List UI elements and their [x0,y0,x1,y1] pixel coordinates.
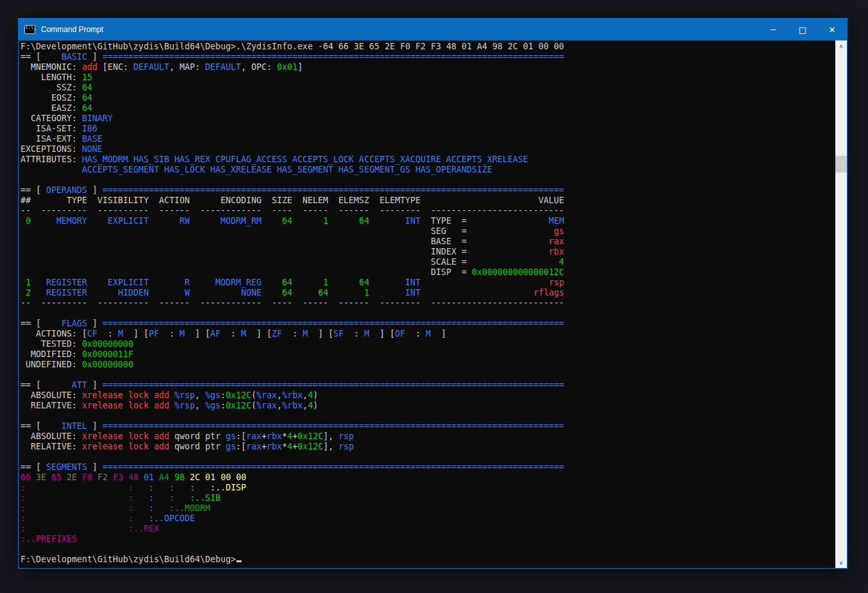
terminal-line: ABSOLUTE: xrelease lock add %rsp, %gs:0x… [20,390,835,401]
terminal-text-segment: ] [ [184,329,210,338]
terminal-text-segment: : [159,329,179,338]
cmd-icon[interactable]: C:\_ [24,25,35,34]
terminal-text-segment: 0x0000011F [82,349,133,359]
terminal-text-segment [87,288,97,297]
terminal-line: EXCEPTIONS: NONE [20,144,835,155]
terminal-text-segment [26,493,128,503]
terminal-text-segment: OF [395,329,405,338]
terminal-text-segment [31,278,41,287]
scrollbar-thumb[interactable] [835,156,847,172]
terminal-text-segment: ========================================… [102,185,564,195]
terminal-text-segment: UNDEFINED: [20,360,82,369]
terminal-text-segment: :..REX [128,524,159,533]
terminal-text-segment: M [364,329,370,338]
terminal-text-segment: : [149,483,154,492]
terminal-text-segment: == [ [20,462,46,472]
terminal-text-segment: %rax [256,401,277,410]
terminal-text-segment: rbx [266,431,282,441]
terminal-text-segment: %gs [205,390,220,400]
terminal-text-segment: ] [ [123,329,149,338]
terminal-text-segment: ], [323,442,338,451]
terminal-text-segment: 64 [82,93,92,103]
terminal-text-segment [154,503,169,513]
terminal-text-segment: gs [225,442,236,451]
terminal-text-segment: RELATIVE: [20,401,82,410]
scroll-up-icon[interactable]: ∧ [835,40,847,51]
terminal-text-segment: SSZ: [20,83,82,92]
terminal-text-segment: , MAP: [169,62,205,72]
terminal-text-segment [369,278,379,287]
terminal-line: == [ FLAGS ] ===========================… [20,319,835,329]
terminal-line: == [ BASIC ] ===========================… [20,52,835,62]
terminal-text-segment: :..PREFIXES [20,534,77,544]
terminal-text-segment: ATTRIBUTES: [20,155,82,164]
terminal-line: == [ SEGMENTS ] ========================… [20,462,835,472]
terminal-text-segment: == [ [20,380,46,390]
terminal-text-segment: xrelease lock add [82,442,169,451]
terminal-text-segment: -- --------- ---------- ------ ---------… [20,298,564,308]
terminal-line: ABSOLUTE: xrelease lock add qword ptr gs… [20,431,835,442]
terminal-line: -- --------- ---------- ------ ---------… [20,206,835,216]
terminal-output[interactable]: F:\Development\GitHub\zydis\Build64\Debu… [19,40,835,568]
close-button[interactable]: ✕ [817,19,847,40]
terminal-text-segment: M [118,329,123,338]
terminal-text-segment: , OPC: [241,62,277,72]
terminal-text-segment: SEGMENTS [46,462,87,472]
terminal-text-segment [328,288,338,297]
terminal-text-segment: 64 [82,103,92,113]
terminal-text-segment: : [282,329,302,338]
terminal-text-segment: EOSZ: [20,93,82,103]
terminal-line: EASZ: 64 [20,103,835,113]
terminal-text-segment: BASIC [46,52,87,62]
terminal-text-segment: F3 [113,472,123,482]
terminal-text-segment: 01 [143,472,154,482]
terminal-text-segment: ] [ [370,329,395,338]
terminal-text-segment: 3E [36,472,46,482]
terminal-text-segment [292,288,302,297]
terminal-line: SCALE = 4 [20,257,835,267]
terminal-text-segment [61,472,67,482]
terminal-text-segment: 64 [82,83,92,92]
terminal-text-segment: F0 [82,472,92,482]
terminal-text-segment: 64 [338,216,369,226]
terminal-text-segment [169,390,174,400]
terminal-text-segment: 64 [302,288,328,297]
terminal-text-segment [31,472,36,482]
title-bar[interactable]: C:\_ Command Prompt ─ □ ✕ [19,19,847,40]
terminal-text-segment: ========================================… [102,52,564,62]
terminal-text-segment [190,288,200,297]
terminal-text-segment: == [ [20,319,46,328]
terminal-line: F:\Development\GitHub\zydis\Build64\Debu… [20,42,835,52]
terminal-text-segment: %rsp [174,390,195,400]
terminal-text-segment: :..OPCODE [149,514,195,523]
terminal-text-segment: add [82,62,97,72]
terminal-text-segment: : [20,503,26,513]
terminal-text-segment: HAS_MODRM HAS_SIB HAS_REX CPUFLAG_ACCESS… [82,155,528,164]
terminal-text-segment: ========================================… [102,319,564,328]
terminal-text-segment [26,514,128,523]
desktop-background: { "window": { "title": "Command Prompt",… [0,0,868,593]
terminal-text-segment: INT [380,278,421,287]
terminal-text-segment: OPERANDS [46,185,87,195]
terminal-text-segment: ] [431,329,446,338]
maximize-button[interactable]: □ [788,19,817,40]
terminal-line: 0 MEMORY EXPLICIT RW MODRM_RM 64 1 64 IN… [20,216,835,226]
terminal-text-segment: 0x12C [225,401,251,410]
scrollbar[interactable]: ∧ ∨ [835,40,847,568]
minimize-button[interactable]: ─ [758,19,788,40]
scroll-down-icon[interactable]: ∨ [835,557,847,568]
terminal-text-segment: ] [ [307,329,333,338]
terminal-text-segment [133,493,149,503]
terminal-line: DISP = 0x000000000000012C [20,267,835,278]
terminal-text-segment: F:\Development\GitHub\zydis\Build64\Debu… [20,42,564,51]
terminal-text-segment: 2E [67,472,77,482]
terminal-text-segment: ISA-SET: [20,124,82,133]
terminal-line: ACCEPTS_SEGMENT HAS_LOCK HAS_XRELEASE HA… [20,165,835,175]
terminal-text-segment: : [128,483,133,492]
terminal-text-segment [149,278,159,287]
terminal-text-segment: qword ptr [169,431,225,441]
terminal-text-segment: ] [297,62,302,72]
terminal-text-segment: xrelease lock add [82,401,169,410]
terminal-text-segment [174,493,190,503]
terminal-text-segment: ISA-EXT: [20,134,82,144]
